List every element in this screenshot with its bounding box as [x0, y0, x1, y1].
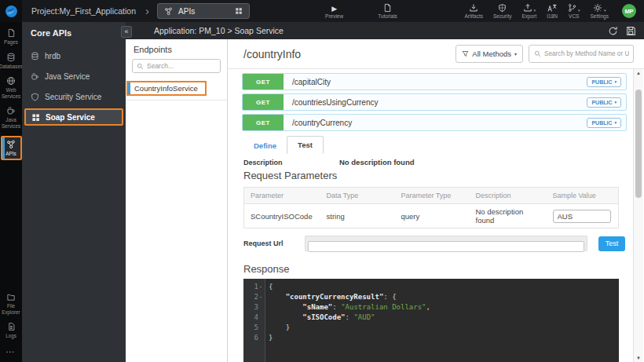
http-method-badge[interactable]: GET: [243, 94, 284, 110]
http-method-badge[interactable]: GET: [243, 115, 284, 130]
caret-down-icon: ▾: [534, 8, 536, 13]
param-description: No description found: [470, 204, 547, 229]
core-apis-panel: Core APIs hrdb Java Service: [22, 22, 126, 362]
caret-down-icon: ▾: [578, 8, 580, 13]
visibility-dropdown[interactable]: PUBLIC▾: [587, 118, 621, 128]
vcs-button[interactable]: ▾ VCS: [568, 3, 580, 19]
caret-down-icon: ▾: [514, 51, 517, 57]
sidebar-item-logs[interactable]: Logs: [0, 322, 22, 339]
request-url-row: Request Url Test: [243, 236, 644, 251]
sidebar-item-pages[interactable]: Pages: [0, 28, 22, 46]
column-header: Data Type: [320, 188, 395, 204]
core-api-label: hrdb: [45, 52, 60, 60]
scroll-up-arrow-icon[interactable]: ▲: [634, 71, 643, 75]
test-button[interactable]: Test: [598, 236, 625, 251]
endpoint-row[interactable]: GET /countriesUsingCurrency PUBLIC▾: [242, 93, 627, 111]
caret-down-icon: ▾: [614, 120, 617, 125]
code-line: "sISOCode": "AUD": [269, 313, 619, 323]
service-title: /countryInfo: [243, 48, 456, 60]
search-icon: [137, 63, 144, 70]
sidebar-item-apis[interactable]: APIs: [1, 136, 22, 160]
security-button[interactable]: Security: [493, 3, 511, 19]
request-parameters-table: Parameter Data Type Parameter Type Descr…: [243, 187, 619, 229]
visibility-dropdown[interactable]: PUBLIC▾: [587, 77, 621, 87]
more-options-button[interactable]: •••: [6, 349, 15, 354]
scrollbar-thumb[interactable]: [635, 90, 642, 198]
branch-icon: [568, 3, 576, 13]
endpoint-item-countryinfoservice[interactable]: CountryInfoService: [126, 81, 207, 96]
chevron-right-icon: ›: [145, 4, 149, 17]
sidebar-item-databases[interactable]: Databases: [0, 53, 22, 70]
tab-test[interactable]: Test: [287, 136, 324, 154]
code-line: "countryCurrencyResult": {: [269, 292, 619, 302]
apis-tab[interactable]: APIs: [157, 3, 250, 19]
method-search-input[interactable]: [544, 50, 629, 57]
methods-filter-dropdown[interactable]: All Methods ▾: [456, 45, 523, 63]
app-header: Application: PM_10 > Soap Service: [126, 22, 644, 39]
left-sidebar: Pages Databases Web Services Java Servic…: [0, 22, 22, 362]
core-api-label: Java Service: [45, 72, 90, 81]
upload-icon: [523, 3, 532, 13]
scroll-down-arrow-icon[interactable]: ▼: [634, 356, 643, 360]
caret-down-icon: ▾: [604, 8, 606, 13]
sample-value-input[interactable]: [553, 210, 611, 223]
http-method-badge[interactable]: GET: [243, 74, 284, 90]
endpoint-row[interactable]: GET /capitalCity PUBLIC▾: [242, 73, 627, 90]
core-api-item-hrdb[interactable]: hrdb: [22, 46, 126, 66]
preview-button[interactable]: ▶ Preview: [325, 3, 343, 19]
code-line: }: [269, 323, 619, 333]
core-apis-title: Core APIs: [22, 22, 126, 46]
code-line: }: [269, 333, 619, 343]
settings-button[interactable]: ▾ Settings: [591, 3, 609, 19]
sidebar-item-file-explorer[interactable]: File Explorer: [0, 293, 22, 315]
page-icon: [7, 28, 16, 38]
request-url-input[interactable]: [308, 241, 584, 252]
column-header: Sample Value: [547, 188, 619, 204]
visibility-dropdown[interactable]: PUBLIC▾: [587, 97, 621, 108]
method-search[interactable]: [529, 45, 634, 63]
code-line: {: [269, 282, 619, 292]
translate-icon: [547, 3, 557, 13]
export-button[interactable]: ▾ Export: [521, 3, 536, 19]
wavemaker-logo[interactable]: [0, 0, 22, 22]
api-icon: [6, 140, 16, 149]
gear-icon: [593, 3, 602, 13]
save-icon[interactable]: [626, 26, 636, 36]
artifacts-button[interactable]: Artifacts: [464, 3, 482, 19]
editor-code: { "countryCurrencyResult": { "sName": "A…: [265, 279, 619, 362]
endpoints-search[interactable]: [132, 59, 221, 73]
shield-icon: [498, 3, 507, 13]
project-name[interactable]: Project:My_First_Application: [31, 6, 136, 16]
i18n-button[interactable]: I18N: [547, 3, 558, 19]
sidebar-item-java-services[interactable]: Java Services: [0, 106, 22, 129]
response-code-editor[interactable]: 1- 2- 3 4 5 6 { "countryCurrencyResult":…: [243, 279, 619, 362]
description-value: No description found: [339, 158, 415, 166]
logo-icon: [5, 5, 18, 18]
fold-marker[interactable]: -: [258, 282, 263, 292]
core-api-item-soap-service[interactable]: Soap Service: [24, 108, 123, 126]
selected-edge: [2, 137, 5, 159]
vertical-scrollbar[interactable]: ▲ ▼: [633, 69, 643, 362]
tutorials-button[interactable]: Tutorials: [378, 3, 397, 19]
endpoint-row[interactable]: GET /countryCurrency PUBLIC▾: [242, 114, 627, 131]
user-avatar[interactable]: MP: [622, 4, 636, 18]
sidebar-item-web-services[interactable]: Web Services: [0, 76, 22, 99]
endpoint-list: GET /capitalCity PUBLIC▾ GET /countriesU…: [228, 69, 644, 131]
api-icon: [164, 7, 173, 16]
endpoints-panel: Endpoints CountryInfoService: [126, 39, 228, 362]
core-api-label: Security Service: [45, 93, 101, 101]
tab-define[interactable]: Define: [243, 137, 287, 154]
code-line: "sName": "Australian Dollars",: [269, 302, 619, 313]
globe-icon: [6, 76, 16, 86]
app-window: Project:My_First_Application › APIs ▶ Pr…: [0, 0, 644, 362]
fold-marker[interactable]: -: [258, 292, 263, 302]
core-api-item-security-service[interactable]: Security Service: [22, 86, 126, 107]
coffee-icon: [6, 106, 16, 115]
refresh-icon[interactable]: [608, 26, 618, 36]
core-api-item-java-service[interactable]: Java Service: [22, 66, 126, 86]
grid-icon[interactable]: [235, 7, 243, 15]
collapse-panel-button[interactable]: «: [121, 26, 132, 38]
endpoints-search-input[interactable]: [147, 62, 214, 70]
request-url-field-wrap: [305, 236, 587, 251]
editor-gutter: 1- 2- 3 4 5 6: [243, 279, 265, 362]
